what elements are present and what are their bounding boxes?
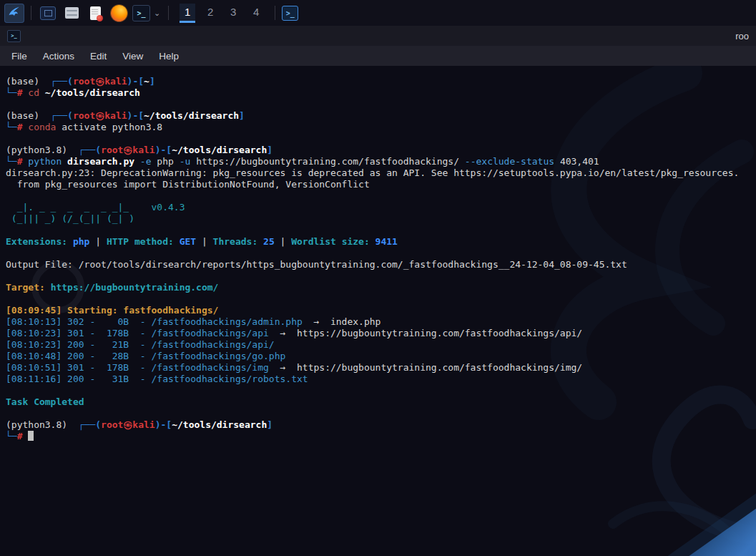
- terminal-icon: >_: [137, 9, 145, 17]
- terminal-screen[interactable]: (base) ┌──(root㉿kali)-[~]└─# cd ~/tools/…: [0, 66, 756, 556]
- app-window-icon: [40, 6, 56, 20]
- terminal-line: (python3.8) ┌──(root㉿kali)-[~/tools/dirs…: [6, 419, 756, 431]
- terminal-line: [6, 225, 756, 236]
- terminal-line: (python3.8) ┌──(root㉿kali)-[~/tools/dirs…: [6, 145, 756, 156]
- taskbar: >_ ⌄ 1 2 3 4 >_: [0, 0, 756, 26]
- file-manager-icon: [65, 7, 79, 19]
- file-manager-button[interactable]: [62, 4, 82, 23]
- terminal-line: (base) ┌──(root㉿kali)-[~/tools/dirsearch…: [6, 110, 756, 122]
- firefox-button[interactable]: [109, 4, 129, 23]
- terminal-line: [6, 293, 756, 305]
- workspace-1[interactable]: 1: [180, 4, 195, 23]
- menu-bar: File Actions Edit View Help: [0, 46, 756, 66]
- text-editor-button[interactable]: [85, 4, 105, 23]
- panel-separator: [168, 6, 169, 20]
- workspace-3[interactable]: 3: [225, 4, 241, 23]
- window-titlebar[interactable]: >_ roo: [0, 26, 756, 46]
- menu-edit[interactable]: Edit: [84, 49, 112, 64]
- terminal-line: Extensions: php | HTTP method: GET | Thr…: [6, 236, 756, 248]
- text-editor-icon: [90, 6, 101, 20]
- menu-file[interactable]: File: [6, 49, 33, 64]
- panel-separator: [31, 6, 31, 20]
- terminal-line: └─# cd ~/tools/dirsearch: [6, 87, 756, 99]
- terminal-line: [6, 248, 756, 259]
- workspace-2[interactable]: 2: [202, 4, 218, 23]
- workspace-switcher: 1 2 3 4: [180, 4, 264, 23]
- app-window-button[interactable]: [38, 4, 58, 23]
- window-title: roo: [735, 31, 749, 42]
- terminal-line: dirsearch.py:23: DeprecationWarning: pkg…: [6, 167, 756, 179]
- terminal-line: Output File: /root/tools/dirsearch/repor…: [6, 259, 756, 270]
- wallpaper-corner-decoration: [663, 490, 756, 556]
- menu-actions[interactable]: Actions: [37, 49, 80, 64]
- terminal-line: [08:10:48] 200 - 28B - /fastfoodhackings…: [6, 351, 756, 362]
- terminal-line: (base) ┌──(root㉿kali)-[~]: [6, 76, 756, 87]
- firefox-icon: [111, 5, 127, 21]
- terminal-window-button[interactable]: >_: [282, 6, 298, 21]
- terminal-line: └─#: [6, 431, 756, 442]
- terminal-line: [6, 408, 756, 419]
- terminal-line: └─# python dirsearch.py -e php -u https:…: [6, 156, 756, 167]
- terminal-cursor: [28, 431, 34, 441]
- terminal-line: from pkg_resources import DistributionNo…: [6, 179, 756, 190]
- terminal-line: Task Completed: [6, 396, 756, 408]
- terminal-line: [6, 385, 756, 396]
- window-terminal-icon: >_: [7, 30, 21, 42]
- terminal-line: [08:10:13] 302 - 0B - /fastfoodhackings/…: [6, 316, 756, 328]
- terminal-line: Target: https://bugbountytraining.com/: [6, 282, 756, 293]
- terminal-line: [6, 133, 756, 145]
- terminal-line: [08:10:23] 301 - 178B - /fastfoodhacking…: [6, 328, 756, 339]
- kali-menu-button[interactable]: [4, 4, 24, 23]
- kali-logo-icon: [7, 5, 21, 21]
- panel-separator: [275, 6, 275, 20]
- terminal-line: [08:11:16] 200 - 31B - /fastfoodhackings…: [6, 374, 756, 385]
- desktop: >_ ⌄ 1 2 3 4 >_ >_ roo File Actions Edit…: [0, 0, 756, 556]
- menu-view[interactable]: View: [117, 49, 149, 64]
- terminal-line: (_||| _) (/_(_|| (_| ): [6, 213, 756, 225]
- terminal-line: _|. _ _ _ _ _ _|_ v0.4.3: [6, 202, 756, 213]
- workspace-4[interactable]: 4: [248, 4, 264, 23]
- menu-help[interactable]: Help: [153, 49, 185, 64]
- terminal-launcher-button[interactable]: >_: [132, 5, 150, 21]
- terminal-line: [08:10:23] 200 - 21B - /fastfoodhackings…: [6, 339, 756, 351]
- terminal-line: [08:10:51] 301 - 178B - /fastfoodhacking…: [6, 362, 756, 374]
- terminal-line: [6, 99, 756, 110]
- chevron-down-icon[interactable]: ⌄: [152, 9, 162, 18]
- terminal-line: [08:09:45] Starting: fastfoodhackings/: [6, 305, 756, 316]
- terminal-line: └─# conda activate python3.8: [6, 122, 756, 133]
- terminal-line: [6, 190, 756, 202]
- terminal-window-icon: >_: [286, 9, 295, 17]
- terminal-line: [6, 270, 756, 282]
